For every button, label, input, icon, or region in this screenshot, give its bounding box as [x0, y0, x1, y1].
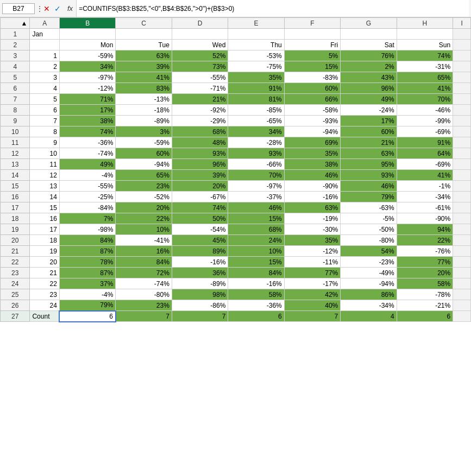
cell-F10[interactable]: -94%	[284, 126, 340, 137]
row-header-27[interactable]: 27	[1, 311, 30, 322]
col-header-i[interactable]: I	[453, 18, 471, 29]
row-header-6[interactable]: 6	[1, 83, 30, 94]
cell-H13[interactable]: -69%	[397, 159, 453, 170]
cell-H8[interactable]: -46%	[397, 105, 453, 116]
cell-H27[interactable]: 6	[397, 311, 453, 322]
cell-F9[interactable]: -93%	[284, 116, 340, 126]
cell-E2[interactable]: Thu	[228, 40, 284, 50]
cell-C15[interactable]: 23%	[116, 181, 172, 192]
cell-F4[interactable]: 15%	[284, 61, 340, 72]
cell-E22[interactable]: 15%	[228, 257, 284, 268]
cell-G1[interactable]	[341, 29, 397, 40]
cell-H3[interactable]: 74%	[397, 50, 453, 61]
cell-a14[interactable]: 12	[30, 170, 59, 181]
cell-B13[interactable]: 49%	[59, 159, 115, 170]
cell-a1[interactable]: Jan	[30, 29, 59, 40]
cell-a4[interactable]: 2	[30, 61, 59, 72]
cell-C1[interactable]	[116, 29, 172, 40]
cell-H26[interactable]: -21%	[397, 300, 453, 311]
cell-E21[interactable]: 10%	[228, 246, 284, 257]
row-header-19[interactable]: 19	[1, 224, 30, 235]
cell-D25[interactable]: 98%	[172, 289, 228, 300]
cell-C8[interactable]: -18%	[116, 105, 172, 116]
row-header-16[interactable]: 16	[1, 192, 30, 202]
row-header-4[interactable]: 4	[1, 61, 30, 72]
cell-G14[interactable]: 93%	[341, 170, 397, 181]
cell-a24[interactable]: 22	[30, 278, 59, 289]
row-header-13[interactable]: 13	[1, 159, 30, 170]
cell-E6[interactable]: 91%	[228, 83, 284, 94]
cell-C23[interactable]: 72%	[116, 268, 172, 278]
cell-E13[interactable]: -66%	[228, 159, 284, 170]
col-header-g[interactable]: G	[341, 18, 397, 29]
cell-C9[interactable]: -89%	[116, 116, 172, 126]
cell-F1[interactable]	[284, 29, 340, 40]
cell-H1[interactable]	[397, 29, 453, 40]
cell-C11[interactable]: -59%	[116, 137, 172, 148]
cell-D5[interactable]: -55%	[172, 72, 228, 83]
cell-C27[interactable]: 7	[116, 311, 172, 322]
cell-F26[interactable]: 40%	[284, 300, 340, 311]
col-header-c[interactable]: C	[116, 18, 172, 29]
cell-F12[interactable]: 35%	[284, 148, 340, 159]
cell-G22[interactable]: -23%	[341, 257, 397, 268]
row-header-23[interactable]: 23	[1, 268, 30, 278]
cell-a16[interactable]: 14	[30, 192, 59, 202]
cell-G21[interactable]: 54%	[341, 246, 397, 257]
cancel-icon[interactable]: ✕	[42, 3, 51, 14]
cell-D21[interactable]: 89%	[172, 246, 228, 257]
cell-G15[interactable]: 46%	[341, 181, 397, 192]
cell-B12[interactable]: -74%	[59, 148, 115, 159]
cell-D4[interactable]: 73%	[172, 61, 228, 72]
cell-G24[interactable]: -94%	[341, 278, 397, 289]
cell-H7[interactable]: 70%	[397, 94, 453, 105]
cell-F7[interactable]: 66%	[284, 94, 340, 105]
cell-D8[interactable]: -92%	[172, 105, 228, 116]
cell-D14[interactable]: 39%	[172, 170, 228, 181]
row-header-10[interactable]: 10	[1, 126, 30, 137]
cell-C13[interactable]: -94%	[116, 159, 172, 170]
cell-F5[interactable]: -83%	[284, 72, 340, 83]
cell-G6[interactable]: 96%	[341, 83, 397, 94]
cell-F16[interactable]: -16%	[284, 192, 340, 202]
cell-D3[interactable]: 52%	[172, 50, 228, 61]
cell-G3[interactable]: 76%	[341, 50, 397, 61]
cell-a19[interactable]: 17	[30, 224, 59, 235]
cell-E8[interactable]: -85%	[228, 105, 284, 116]
cell-D15[interactable]: 20%	[172, 181, 228, 192]
cell-a25[interactable]: 23	[30, 289, 59, 300]
cell-H23[interactable]: 20%	[397, 268, 453, 278]
cell-G13[interactable]: 95%	[341, 159, 397, 170]
cell-H6[interactable]: 41%	[397, 83, 453, 94]
cell-C20[interactable]: -41%	[116, 235, 172, 246]
cell-a18[interactable]: 16	[30, 213, 59, 224]
row-header-8[interactable]: 8	[1, 105, 30, 116]
cell-D9[interactable]: -29%	[172, 116, 228, 126]
cell-B16[interactable]: -25%	[59, 192, 115, 202]
cell-C14[interactable]: 65%	[116, 170, 172, 181]
cell-B4[interactable]: 34%	[59, 61, 115, 72]
cell-C17[interactable]: 20%	[116, 202, 172, 213]
cell-D24[interactable]: -89%	[172, 278, 228, 289]
cell-B24[interactable]: 37%	[59, 278, 115, 289]
row-header-14[interactable]: 14	[1, 170, 30, 181]
cell-a2[interactable]	[30, 40, 59, 50]
cell-a26[interactable]: 24	[30, 300, 59, 311]
cell-E11[interactable]: -28%	[228, 137, 284, 148]
row-header-11[interactable]: 11	[1, 137, 30, 148]
cell-H2[interactable]: Sun	[397, 40, 453, 50]
cell-D17[interactable]: 74%	[172, 202, 228, 213]
cell-F23[interactable]: 77%	[284, 268, 340, 278]
cell-F8[interactable]: -58%	[284, 105, 340, 116]
cell-E15[interactable]: -97%	[228, 181, 284, 192]
cell-B15[interactable]: -55%	[59, 181, 115, 192]
cell-B26[interactable]: 79%	[59, 300, 115, 311]
cell-H11[interactable]: 91%	[397, 137, 453, 148]
cell-G26[interactable]: -34%	[341, 300, 397, 311]
formula-input[interactable]	[76, 0, 469, 17]
cell-F19[interactable]: -30%	[284, 224, 340, 235]
cell-G9[interactable]: 17%	[341, 116, 397, 126]
cell-B21[interactable]: 87%	[59, 246, 115, 257]
cell-H9[interactable]: -99%	[397, 116, 453, 126]
cell-B14[interactable]: -4%	[59, 170, 115, 181]
